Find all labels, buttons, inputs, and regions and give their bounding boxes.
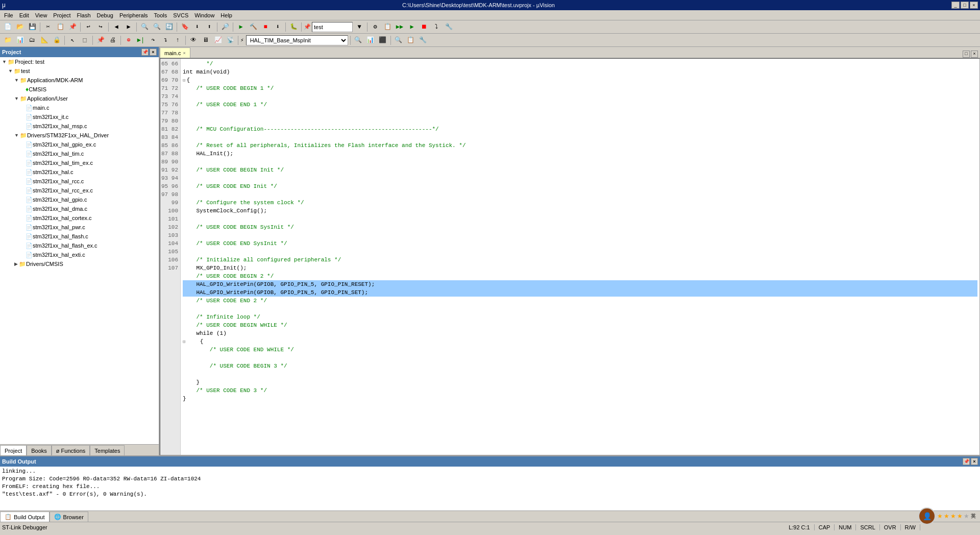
function-dropdown[interactable]: HAL_TIM_Base_MspInit (246, 35, 348, 45)
options-button[interactable]: ⚙ (370, 21, 381, 33)
zoom-out-button[interactable]: 🔍 (151, 21, 162, 33)
close-pane-button[interactable]: 📊 (365, 35, 376, 46)
cut-button[interactable]: ✂ (42, 21, 54, 33)
config-button[interactable]: 🔧 (443, 21, 454, 33)
tree-item[interactable]: 📄 stm32f1xx_hal_pwr.c (0, 223, 159, 232)
tree-item[interactable]: 📄 stm32f1xx_hal_dma.c (0, 204, 159, 213)
menu-item-project[interactable]: Project (50, 11, 74, 19)
bookmark-toggle-button[interactable]: 🔖 (179, 21, 190, 33)
refresh-button[interactable]: 🔄 (163, 21, 175, 33)
nav-back-button[interactable]: ◀ (111, 21, 122, 33)
tree-item[interactable]: 📄 stm32f1xx_hal_flash_ex.c (0, 241, 159, 250)
performance-btn[interactable]: 📈 (212, 35, 224, 46)
watch-btn[interactable]: 👁 (188, 35, 199, 46)
tree-item[interactable]: 📄 stm32f1xx_hal_flash.c (0, 232, 159, 241)
tree-item[interactable]: 📄 stm32f1xx_hal_rcc.c (0, 177, 159, 186)
tree-item[interactable]: ▼📁 Application/User (0, 94, 159, 103)
build-panel-pin-button[interactable]: 📌 (963, 458, 970, 465)
breakpoint-button[interactable]: ⊕ (123, 35, 134, 46)
tree-item[interactable]: 📄 stm32f1xx_hal.c (0, 167, 159, 177)
menu-item-file[interactable]: File (1, 11, 16, 19)
close-button[interactable]: × (970, 2, 978, 9)
nav-fwd-button[interactable]: ▶ (123, 21, 134, 33)
build-tab-output[interactable]: 📋 Build Output (0, 512, 50, 522)
tree-item[interactable]: 📄 stm32f1xx_hal_cortex.c (0, 213, 159, 223)
tb2-btn4[interactable]: 📐 (39, 35, 50, 46)
expand-icon[interactable]: ▼ (14, 133, 19, 138)
expand-icon[interactable]: ▼ (14, 96, 19, 101)
step-button[interactable]: ⤵ (431, 21, 442, 33)
panel-pin-button[interactable]: 📌 (141, 48, 149, 56)
tree-item[interactable]: 📄 stm32f1xx_hal_gpio.c (0, 195, 159, 204)
tb2-list-btn[interactable]: 📋 (405, 35, 416, 46)
zoom-in-button[interactable]: 🔍 (139, 21, 150, 33)
tab-templates[interactable]: Templates (90, 445, 125, 455)
menu-item-view[interactable]: View (32, 11, 51, 19)
menu-item-debug[interactable]: Debug (94, 11, 116, 19)
tb2-btn5[interactable]: 🔒 (51, 35, 62, 46)
tree-item[interactable]: 📄 stm32f1xx_it.c (0, 112, 159, 121)
tree-item[interactable]: ▼📁 test (0, 66, 159, 76)
zoom-fit-button[interactable]: 🔍 (353, 35, 364, 46)
editor-tab-close-icon[interactable]: × (183, 51, 185, 56)
run-arrow-button[interactable]: ▶ (406, 21, 418, 33)
code-content[interactable]: */int main(void)⊟{ /* USER CODE BEGIN 1 … (181, 59, 979, 455)
tree-item[interactable]: 📄 stm32f1xx_hal_exti.c (0, 250, 159, 259)
open-button[interactable]: 📂 (14, 21, 26, 33)
step-out-button[interactable]: ↑ (172, 35, 183, 46)
step-over-button[interactable]: ↷ (148, 35, 159, 46)
fold-marker[interactable]: ⊟ (183, 339, 185, 345)
editor-maximize-button[interactable]: □ (963, 51, 970, 58)
tree-item[interactable]: 📄 stm32f1xx_hal_tim_ex.c (0, 158, 159, 167)
build-tab-browser[interactable]: 🌐 Browser (50, 512, 88, 522)
editor-tab-main[interactable]: main.c × (160, 47, 190, 58)
debug-button[interactable]: 🐛 (288, 21, 299, 33)
tree-item[interactable]: 📄 main.c (0, 103, 159, 112)
tree-item[interactable]: ♦ CMSIS (0, 85, 159, 94)
editor-close-button[interactable]: × (971, 51, 978, 58)
tree-item[interactable]: 📄 stm32f1xx_hal_rcc_ex.c (0, 186, 159, 195)
save-button[interactable]: 💾 (27, 21, 38, 33)
new-file-button[interactable]: 📄 (2, 21, 13, 33)
bookmark-next-button[interactable]: ⬇ (191, 21, 203, 33)
run-button[interactable]: ▶▶ (394, 21, 405, 33)
tree-item[interactable]: 📄 stm32f1xx_hal_msp.c (0, 121, 159, 131)
copy-button[interactable]: 📋 (55, 21, 66, 33)
run-to-cursor-button[interactable]: ▶| (135, 35, 146, 46)
menu-item-flash[interactable]: Flash (74, 11, 94, 19)
build-panel-close-button[interactable]: × (971, 458, 978, 465)
expand-icon[interactable]: ▼ (2, 59, 7, 64)
tb2-btn1[interactable]: 📁 (2, 35, 13, 46)
expand-icon[interactable]: ▼ (8, 68, 13, 74)
serial-btn[interactable]: 📡 (225, 35, 236, 46)
undo-button[interactable]: ↩ (83, 21, 94, 33)
stop2-button[interactable]: ⏹ (419, 21, 430, 33)
tree-item[interactable]: ▼📁 Application/MDK-ARM (0, 76, 159, 85)
menu-item-edit[interactable]: Edit (16, 11, 32, 19)
redo-button[interactable]: ↪ (95, 21, 106, 33)
select-mode-button[interactable]: ⬚ (79, 35, 90, 46)
panel-close-button[interactable]: × (150, 48, 157, 56)
tree-item[interactable]: ▼📁 Drivers/STM32F1xx_HAL_Driver (0, 131, 159, 140)
minimize-button[interactable]: _ (951, 2, 960, 9)
tb2-search-btn[interactable]: 🔍 (393, 35, 404, 46)
manage-button[interactable]: 📋 (382, 21, 393, 33)
step-into-button[interactable]: ↴ (160, 35, 171, 46)
target-options-button[interactable]: ▼ (354, 21, 365, 33)
paste-button[interactable]: 📌 (67, 21, 78, 33)
tb2-btn2[interactable]: 📊 (14, 35, 26, 46)
tree-item[interactable]: ▼📁 Project: test (0, 57, 159, 66)
download-button[interactable]: ⬇ (272, 21, 283, 33)
tb2-extra1[interactable]: ⬛ (377, 35, 388, 46)
menu-item-peripherals[interactable]: Peripherals (116, 11, 151, 19)
maximize-button[interactable]: □ (961, 2, 969, 9)
tree-item[interactable]: ▶📁 Drivers/CMSIS (0, 259, 159, 269)
tab-functions[interactable]: ø Functions (52, 445, 90, 455)
memory-btn[interactable]: 🖥 (200, 35, 211, 46)
cursor-mode-button[interactable]: ↖ (67, 35, 78, 46)
fold-marker[interactable]: ⊟ (183, 78, 185, 83)
menu-item-help[interactable]: Help (217, 11, 235, 19)
stop-button[interactable]: ■ (260, 21, 271, 33)
print-button[interactable]: 🖨 (107, 35, 118, 46)
menu-item-svcs[interactable]: SVCS (170, 11, 191, 19)
